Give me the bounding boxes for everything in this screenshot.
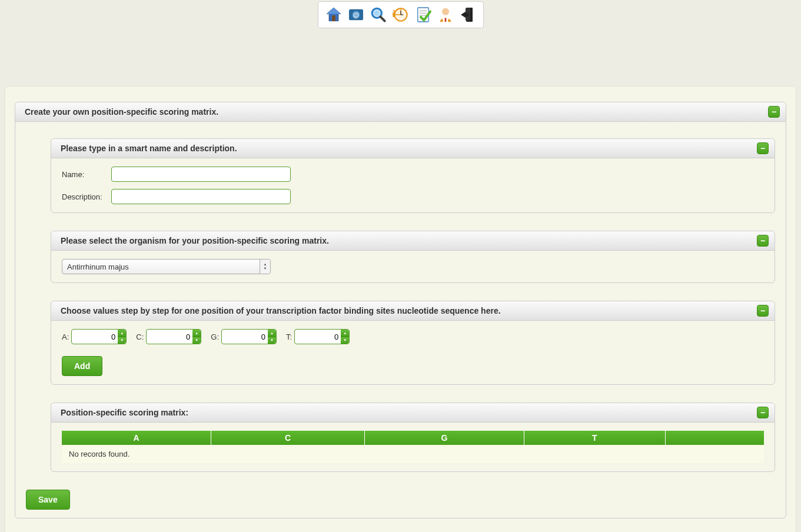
collapse-icon[interactable] [757,407,769,418]
table-header-row: A C G T [62,431,764,445]
description-label: Description: [62,192,107,201]
save-button[interactable]: Save [26,490,70,510]
description-input[interactable] [111,189,291,204]
matrix-panel-body: A C G T No records found. [51,423,775,471]
matrix-table: A C G T No records found. [62,431,764,463]
spinner-up-icon[interactable]: ▲ [268,330,276,337]
col-a: A [62,431,211,445]
add-button[interactable]: Add [62,356,102,376]
logout-icon[interactable] [457,4,478,25]
organism-panel-body: Antirrhinum majus ▲▼ [51,251,775,282]
svg-marker-10 [393,9,395,11]
name-input[interactable] [111,167,291,182]
spinner-down-icon[interactable]: ▼ [268,337,276,344]
collapse-icon[interactable] [757,305,769,317]
contact-icon[interactable]: @ [345,4,367,25]
values-panel-title: Choose values step by step for one posit… [61,306,501,315]
svg-point-7 [374,10,380,16]
collapse-icon[interactable] [768,106,780,118]
empty-message: No records found. [62,445,764,463]
name-panel: Please type in a smart name and descript… [51,138,775,213]
organism-panel-title: Please select the organism for your posi… [61,236,329,245]
toolbar-container: @ [0,0,801,28]
matrix-panel-title: Position-specific scoring matrix: [61,408,188,417]
collapse-icon[interactable] [757,235,769,247]
history-icon[interactable] [390,4,411,25]
organism-panel: Please select the organism for your posi… [51,231,775,283]
organism-panel-header: Please select the organism for your posi… [51,231,775,251]
col-c: C [211,431,365,445]
nucleotide-row: A: ▲▼ C: ▲▼ [62,329,764,344]
spinner-up-icon[interactable]: ▲ [192,330,201,337]
col-g: G [365,431,524,445]
tasks-icon[interactable] [413,4,434,25]
main-panel-title: Create your own position-specific scorin… [25,107,218,117]
main-panel: Create your own position-specific scorin… [15,102,786,518]
svg-rect-19 [444,18,446,22]
main-panel-body: Please type in a smart name and descript… [15,122,786,518]
col-t: T [524,431,665,445]
main-panel-header: Create your own position-specific scorin… [15,102,786,122]
spinner-up-icon[interactable]: ▲ [341,330,349,337]
nuc-a-label: A: [62,332,69,341]
search-icon[interactable] [368,4,389,25]
values-panel-body: A: ▲▼ C: ▲▼ [51,321,775,384]
svg-rect-1 [332,15,335,21]
organism-selected: Antirrhinum majus [67,262,129,271]
matrix-panel-header: Position-specific scoring matrix: [51,403,775,423]
select-arrows-icon: ▲▼ [260,260,270,274]
name-panel-body: Name: Description: [51,158,775,212]
name-panel-title: Please type in a smart name and descript… [61,144,237,153]
spinner-up-icon[interactable]: ▲ [118,330,126,337]
col-blank [665,431,764,445]
svg-marker-2 [327,8,341,14]
values-panel-header: Choose values step by step for one posit… [51,301,775,321]
nuc-c-label: C: [136,332,144,341]
nuc-g-label: G: [211,332,219,341]
table-row: No records found. [62,445,764,463]
collapse-icon[interactable] [757,142,769,154]
svg-line-8 [380,16,384,21]
toolbar: @ [318,1,484,28]
page-body: Create your own position-specific scorin… [5,86,796,532]
svg-text:@: @ [353,11,358,18]
spinner-down-icon[interactable]: ▼ [118,337,126,344]
matrix-panel: Position-specific scoring matrix: A C G … [51,403,775,472]
nuc-t-label: T: [286,332,292,341]
name-label: Name: [62,170,107,179]
organism-select[interactable]: Antirrhinum majus ▲▼ [62,259,271,274]
values-panel: Choose values step by step for one posit… [51,301,775,385]
svg-point-18 [442,8,449,15]
spinner-down-icon[interactable]: ▼ [341,337,349,344]
name-panel-header: Please type in a smart name and descript… [51,139,775,158]
home-icon[interactable] [323,4,344,25]
user-icon[interactable] [435,4,456,25]
spinner-down-icon[interactable]: ▼ [192,337,201,344]
